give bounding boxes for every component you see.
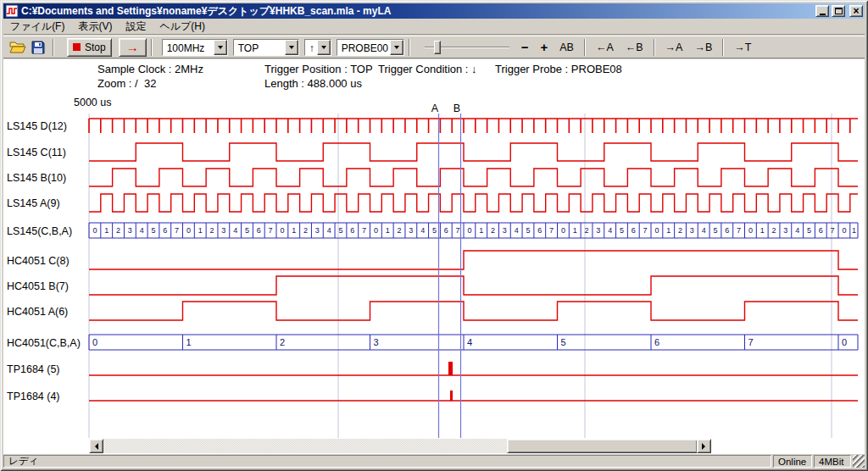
zoom-slider[interactable] — [423, 38, 511, 57]
open-file-button[interactable] — [8, 38, 28, 57]
goto-trigger-button[interactable]: →T — [731, 40, 754, 55]
minimize-button[interactable] — [815, 5, 829, 17]
client-area — [3, 59, 865, 454]
menu-item-help[interactable]: ヘルプ(H) — [153, 18, 212, 36]
arrow-left-icon — [92, 443, 98, 450]
app-window: C:¥Documents and Settings¥noname¥デスクトップ¥… — [0, 0, 868, 471]
sample-clock-combo-value: 100MHz — [163, 40, 214, 55]
chevron-down-icon — [289, 46, 294, 49]
menu-bar: ファイル(F) 表示(V) 設定 ヘルプ(H) — [3, 19, 865, 35]
zoom-in-button[interactable]: + — [537, 38, 551, 56]
close-icon: × — [853, 6, 859, 16]
close-button[interactable]: × — [849, 5, 863, 17]
goto-marker-a-left-button[interactable]: ←A — [593, 40, 617, 55]
toolbar-separator — [151, 39, 153, 56]
trigger-position-combo[interactable]: TOP — [233, 39, 299, 56]
sample-clock-combo-dropdown[interactable] — [214, 40, 227, 55]
toolbar-separator — [53, 39, 54, 56]
menu-item-view[interactable]: 表示(V) — [71, 18, 119, 36]
goto-marker-a-right-button[interactable]: →A — [662, 40, 687, 55]
zoom-info: Zoom : / 32 — [97, 77, 156, 90]
goto-marker-b-right-button[interactable]: →B — [691, 40, 715, 55]
status-bar: レディ Online 4MBit — [3, 455, 865, 468]
status-memory: 4MBit — [814, 455, 851, 468]
sample-clock-combo[interactable]: 100MHz — [162, 39, 228, 56]
status-message: レディ — [3, 455, 771, 468]
toolbar-separator — [654, 39, 655, 56]
trigger-position-combo-value: TOP — [234, 40, 285, 55]
stop-button[interactable]: Stop — [67, 38, 112, 57]
maximize-button[interactable] — [832, 5, 845, 17]
stop-label: Stop — [85, 42, 106, 53]
maximize-icon — [835, 8, 843, 14]
run-arrow-icon: → — [126, 41, 139, 53]
chevron-down-icon — [321, 46, 326, 49]
scroll-left-button[interactable] — [89, 439, 103, 453]
toolbar: Stop → 100MHz TOP ↑ PROBE00 − + AB — [3, 36, 865, 58]
trigger-probe-combo-dropdown[interactable] — [390, 40, 403, 55]
menu-item-settings[interactable]: 設定 — [119, 18, 153, 36]
trigger-condition-info: Trigger Condition : ↓ — [378, 63, 477, 75]
minimize-icon — [820, 14, 826, 15]
trigger-probe-combo-value: PROBE00 — [337, 40, 390, 55]
scroll-right-button[interactable] — [697, 439, 711, 453]
horizontal-scrollbar[interactable] — [89, 439, 711, 453]
chevron-down-icon — [394, 46, 399, 49]
zoom-slider-handle[interactable] — [434, 41, 441, 54]
ab-markers-button[interactable]: AB — [556, 40, 577, 55]
menu-item-file[interactable]: ファイル(F) — [3, 18, 71, 36]
trigger-edge-combo-dropdown[interactable] — [317, 40, 331, 55]
trigger-probe-combo[interactable]: PROBE00 — [337, 39, 404, 56]
trigger-edge-combo-value: ↑ — [305, 40, 317, 55]
toolbar-separator — [584, 39, 586, 56]
stop-icon — [73, 43, 81, 51]
scrollbar-thumb[interactable] — [507, 439, 698, 453]
zoom-out-button[interactable]: − — [518, 38, 532, 56]
trigger-edge-combo[interactable]: ↑ — [304, 39, 331, 56]
open-folder-icon — [9, 41, 26, 54]
toolbar-separator — [722, 39, 724, 56]
sample-clock-info: Sample Clock : 2MHz — [97, 63, 203, 75]
length-info: Length : 488.000 us — [264, 77, 362, 90]
status-online: Online — [773, 455, 812, 468]
resize-grip[interactable] — [853, 455, 865, 468]
run-button[interactable]: → — [119, 38, 147, 57]
trigger-position-combo-dropdown[interactable] — [285, 40, 298, 55]
title-bar[interactable]: C:¥Documents and Settings¥noname¥デスクトップ¥… — [3, 3, 865, 19]
toolbar-separator — [409, 39, 410, 56]
trigger-position-info: Trigger Position : TOP — [264, 63, 373, 75]
window-title: C:¥Documents and Settings¥noname¥デスクトップ¥… — [21, 4, 813, 19]
app-icon[interactable] — [5, 4, 19, 18]
floppy-disk-icon — [31, 41, 45, 54]
goto-marker-b-left-button[interactable]: ←B — [622, 40, 647, 55]
chevron-down-icon — [218, 46, 223, 49]
arrow-right-icon — [702, 443, 709, 450]
save-button[interactable] — [28, 38, 48, 57]
trigger-probe-info: Trigger Probe : PROBE08 — [495, 63, 622, 75]
